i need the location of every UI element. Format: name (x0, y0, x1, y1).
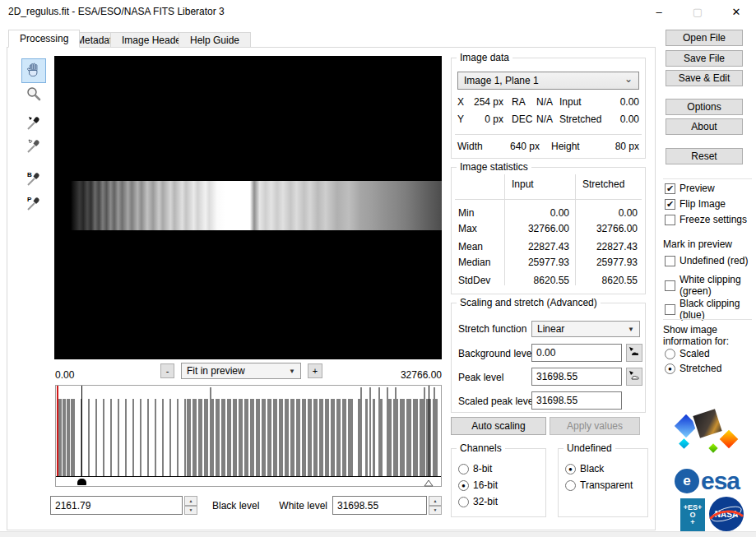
background-level-picker-button[interactable] (23, 113, 44, 134)
stretch-function-label: Stretch function (458, 323, 526, 335)
eyedropper-black-icon (25, 113, 43, 134)
peak-level-label: Peak level (458, 372, 503, 383)
checkbox-black-clipping[interactable]: Black clipping (blue) (665, 298, 749, 321)
black-level-marker[interactable] (77, 479, 86, 485)
stats-row-min: Min 0.00 0.00 (452, 207, 644, 219)
esa-e-icon: e (675, 469, 699, 493)
x-value: 254 px (471, 96, 503, 108)
minimize-button[interactable]: – (645, 0, 673, 24)
white-level-label: White level (276, 500, 327, 512)
white-level-marker[interactable] (424, 478, 434, 489)
radio-black[interactable]: ● Black (565, 464, 604, 475)
histogram-zoom-in-button[interactable]: + (308, 363, 322, 378)
black-level-picker-button[interactable]: B (23, 169, 44, 190)
scaled-peak-level-input[interactable] (531, 391, 622, 410)
histogram-max-label: 32766.00 (359, 369, 442, 381)
checkbox-undefined-red[interactable]: Undefined (red) (665, 256, 748, 266)
save-file-button[interactable]: Save File (666, 50, 743, 67)
black-level-input[interactable] (50, 496, 183, 515)
radio-transparent[interactable]: Transparent (565, 480, 633, 491)
save-and-edit-button[interactable]: Save & Edit (666, 70, 743, 86)
step-up-button[interactable]: ▲ (184, 496, 197, 506)
options-button[interactable]: Options (666, 99, 743, 115)
y-label: Y (457, 113, 471, 125)
image-plane-combo[interactable]: Image 1, Plane 1 ⌄ (457, 72, 639, 90)
about-button[interactable]: About (666, 118, 743, 135)
auto-scaling-button[interactable]: Auto scaling (451, 417, 546, 435)
radio-icon (458, 497, 469, 507)
radio-stretched[interactable]: ● Stretched (665, 363, 721, 374)
ra-label: RA (503, 96, 533, 108)
magnifier-icon (26, 86, 42, 104)
radio-8bit[interactable]: 8-bit (458, 464, 492, 475)
hand-icon (26, 62, 42, 81)
reset-button[interactable]: Reset (666, 148, 743, 164)
radio-icon: ● (665, 363, 675, 374)
col-stretched: Stretched (576, 178, 644, 190)
histogram[interactable] (55, 385, 442, 487)
image-preview[interactable] (54, 56, 442, 359)
radio-scaled[interactable]: Scaled (665, 349, 710, 359)
x-label: X (457, 96, 471, 108)
checkbox-flip-image[interactable]: ✔ Flip Image (665, 199, 726, 210)
histogram-min-label: 0.00 (55, 369, 74, 381)
window-bottom-edge (0, 531, 756, 537)
white-level-input[interactable] (332, 496, 427, 515)
checkbox-preview[interactable]: ✔ Preview (665, 183, 715, 194)
tab-help-guide[interactable]: Help Guide (179, 32, 251, 48)
maximize-button[interactable]: ▢ (684, 0, 712, 24)
step-up-button[interactable]: ▲ (429, 496, 442, 506)
show-info-title-line2: information for: (663, 336, 729, 347)
mark-in-preview-title: Mark in preview (663, 238, 732, 250)
step-down-button[interactable]: ▼ (429, 506, 442, 516)
divider (455, 134, 642, 135)
radio-icon: ● (565, 464, 576, 475)
histogram-zoom-out-button[interactable]: - (160, 363, 174, 378)
esa-wordmark: esa (701, 469, 740, 493)
peak-level-input[interactable] (531, 368, 622, 386)
histogram-tall-bar (378, 387, 380, 476)
white-level-stepper[interactable]: ▲ ▼ (429, 496, 442, 515)
image-data-title: Image data (457, 52, 513, 63)
fits-liberator-logo (670, 405, 745, 466)
stats-row-mean: Mean 22827.43 22827.43 (452, 241, 644, 252)
input-value: 0.00 (607, 96, 639, 108)
show-info-title-line1: Show image (663, 324, 717, 336)
step-down-button[interactable]: ▼ (184, 506, 197, 516)
checkbox-icon: ✔ (665, 183, 675, 194)
open-file-button[interactable]: Open File (666, 30, 743, 46)
histogram-bars (56, 399, 441, 476)
tab-processing[interactable]: Processing (8, 30, 80, 48)
eyedropper-b-icon: B (25, 169, 43, 190)
ra-value: N/A (533, 96, 553, 108)
close-button[interactable]: ✕ (722, 0, 750, 24)
image-statistics-title: Image statistics (457, 161, 531, 173)
height-label: Height (540, 141, 586, 152)
undefined-title: Undefined (564, 442, 615, 454)
checkbox-white-clipping[interactable]: White clipping (green) (665, 274, 749, 297)
peak-pick-button[interactable] (626, 368, 642, 386)
window-title: 2D_regulus.fit - ESA/ESO/NASA FITS Liber… (8, 6, 225, 17)
radio-32bit[interactable]: 32-bit (458, 497, 498, 507)
image-plane-value: Image 1, Plane 1 (464, 75, 539, 86)
undefined-group: Undefined ● Black Transparent (558, 448, 648, 517)
app-window: 2D_regulus.fit - ESA/ESO/NASA FITS Liber… (0, 0, 756, 537)
black-level-stepper[interactable]: ▲ ▼ (184, 496, 197, 515)
radio-icon (665, 349, 675, 359)
hand-tool-button[interactable] (21, 58, 46, 83)
svg-text:B: B (27, 171, 32, 178)
background-level-input[interactable] (531, 344, 622, 362)
stretch-function-combo[interactable]: Linear ▼ (531, 321, 640, 337)
stats-header-row: Input Stretched (452, 178, 644, 190)
white-level-picker-button[interactable]: P (23, 193, 44, 215)
pick-peak-icon (628, 369, 641, 385)
apply-values-button[interactable]: Apply values (550, 417, 640, 435)
stretched-label: Stretched (553, 113, 607, 125)
zoom-tool-button[interactable] (24, 85, 44, 104)
histogram-fit-combo[interactable]: Fit in preview ▼ (181, 363, 301, 379)
background-pick-button[interactable] (626, 344, 642, 362)
peak-level-picker-button[interactable] (23, 136, 44, 157)
radio-16bit[interactable]: ● 16-bit (458, 480, 498, 491)
black-level-line (81, 386, 82, 476)
checkbox-freeze-settings[interactable]: Freeze settings (665, 215, 747, 225)
